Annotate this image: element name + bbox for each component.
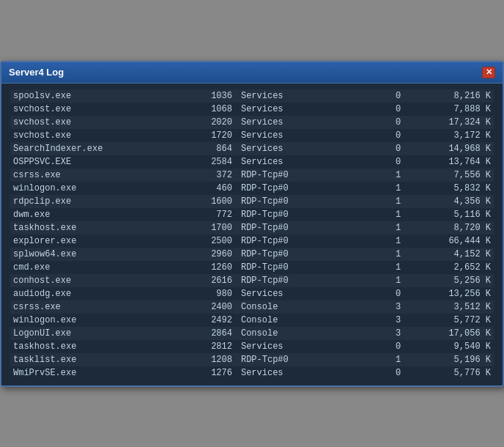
table-row: taskhost.exe1700RDP-Tcp#018,720 K	[10, 221, 494, 234]
process-pid: 772	[168, 208, 235, 221]
close-button[interactable]: ✕	[482, 67, 495, 78]
process-session: Services	[235, 155, 359, 169]
process-session: RDP-Tcp#0	[235, 169, 359, 182]
table-row: OSPPSVC.EXE2584Services013,764 K	[10, 155, 494, 169]
process-name: svchost.exe	[10, 103, 168, 116]
table-row: splwow64.exe2960RDP-Tcp#014,152 K	[10, 248, 494, 261]
process-memory: 66,444 K	[404, 234, 494, 248]
process-session-num: 0	[359, 155, 404, 169]
table-row: csrss.exe372RDP-Tcp#017,556 K	[10, 169, 494, 182]
table-row: rdpclip.exe1600RDP-Tcp#014,356 K	[10, 195, 494, 208]
process-name: OSPPSVC.EXE	[10, 155, 168, 169]
process-session: Console	[235, 314, 359, 327]
table-row: WmiPrvSE.exe1276Services05,776 K	[10, 366, 494, 380]
process-session: RDP-Tcp#0	[235, 274, 359, 287]
process-pid: 2864	[168, 327, 235, 340]
process-memory: 5,116 K	[404, 208, 494, 221]
process-name: dwm.exe	[10, 208, 168, 221]
process-session: RDP-Tcp#0	[235, 208, 359, 221]
process-session-num: 1	[359, 248, 404, 261]
process-memory: 5,196 K	[404, 353, 494, 366]
process-memory: 7,888 K	[404, 103, 494, 116]
process-session-num: 1	[359, 208, 404, 221]
process-memory: 9,540 K	[404, 340, 494, 353]
process-session: RDP-Tcp#0	[235, 234, 359, 248]
process-name: SearchIndexer.exe	[10, 142, 168, 155]
process-memory: 8,216 K	[404, 89, 494, 103]
process-session: RDP-Tcp#0	[235, 261, 359, 274]
process-session-num: 1	[359, 182, 404, 195]
process-name: explorer.exe	[10, 234, 168, 248]
process-pid: 1700	[168, 221, 235, 234]
table-row: explorer.exe2500RDP-Tcp#0166,444 K	[10, 234, 494, 248]
process-memory: 13,256 K	[404, 287, 494, 300]
process-session: Services	[235, 142, 359, 155]
process-session: RDP-Tcp#0	[235, 195, 359, 208]
process-pid: 1036	[168, 89, 235, 103]
table-row: svchost.exe2020Services017,324 K	[10, 116, 494, 129]
process-pid: 2500	[168, 234, 235, 248]
server4-log-window: Server4 Log ✕ spoolsv.exe1036Services08,…	[0, 61, 504, 387]
process-table: spoolsv.exe1036Services08,216 Ksvchost.e…	[10, 89, 494, 380]
table-row: winlogon.exe2492Console35,772 K	[10, 314, 494, 327]
table-row: spoolsv.exe1036Services08,216 K	[10, 89, 494, 103]
process-pid: 1600	[168, 195, 235, 208]
process-session: RDP-Tcp#0	[235, 221, 359, 234]
table-row: LogonUI.exe2864Console317,056 K	[10, 327, 494, 340]
process-memory: 4,152 K	[404, 248, 494, 261]
process-session-num: 1	[359, 195, 404, 208]
process-name: taskhost.exe	[10, 221, 168, 234]
process-session-num: 1	[359, 234, 404, 248]
process-session-num: 1	[359, 169, 404, 182]
process-name: csrss.exe	[10, 169, 168, 182]
process-name: svchost.exe	[10, 116, 168, 129]
table-row: tasklist.exe1208RDP-Tcp#015,196 K	[10, 353, 494, 366]
table-row: csrss.exe2400Console33,512 K	[10, 300, 494, 314]
process-memory: 2,652 K	[404, 261, 494, 274]
process-pid: 864	[168, 142, 235, 155]
process-session-num: 3	[359, 327, 404, 340]
process-session: Console	[235, 300, 359, 314]
process-session: Services	[235, 366, 359, 380]
table-row: audiodg.exe980Services013,256 K	[10, 287, 494, 300]
process-session-num: 0	[359, 116, 404, 129]
table-row: conhost.exe2616RDP-Tcp#015,256 K	[10, 274, 494, 287]
process-session-num: 3	[359, 314, 404, 327]
process-pid: 2812	[168, 340, 235, 353]
process-session-num: 0	[359, 340, 404, 353]
process-pid: 1276	[168, 366, 235, 380]
process-memory: 3,172 K	[404, 129, 494, 142]
process-session-num: 0	[359, 366, 404, 380]
process-memory: 14,968 K	[404, 142, 494, 155]
process-session-num: 1	[359, 261, 404, 274]
process-session: RDP-Tcp#0	[235, 248, 359, 261]
table-row: SearchIndexer.exe864Services014,968 K	[10, 142, 494, 155]
process-memory: 5,772 K	[404, 314, 494, 327]
process-session-num: 3	[359, 300, 404, 314]
process-memory: 5,832 K	[404, 182, 494, 195]
process-pid: 2400	[168, 300, 235, 314]
process-session: Services	[235, 129, 359, 142]
process-session: Services	[235, 287, 359, 300]
table-row: dwm.exe772RDP-Tcp#015,116 K	[10, 208, 494, 221]
title-bar: Server4 Log ✕	[1, 62, 503, 84]
table-row: svchost.exe1068Services07,888 K	[10, 103, 494, 116]
process-session: Console	[235, 327, 359, 340]
process-session: RDP-Tcp#0	[235, 353, 359, 366]
process-session: RDP-Tcp#0	[235, 182, 359, 195]
table-row: cmd.exe1260RDP-Tcp#012,652 K	[10, 261, 494, 274]
process-pid: 372	[168, 169, 235, 182]
process-name: rdpclip.exe	[10, 195, 168, 208]
process-session: Services	[235, 116, 359, 129]
process-name: WmiPrvSE.exe	[10, 366, 168, 380]
process-session-num: 1	[359, 274, 404, 287]
process-session-num: 0	[359, 287, 404, 300]
process-name: conhost.exe	[10, 274, 168, 287]
process-name: spoolsv.exe	[10, 89, 168, 103]
process-pid: 1208	[168, 353, 235, 366]
process-name: svchost.exe	[10, 129, 168, 142]
process-memory: 17,324 K	[404, 116, 494, 129]
log-content: spoolsv.exe1036Services08,216 Ksvchost.e…	[1, 84, 503, 385]
process-pid: 2020	[168, 116, 235, 129]
process-memory: 8,720 K	[404, 221, 494, 234]
